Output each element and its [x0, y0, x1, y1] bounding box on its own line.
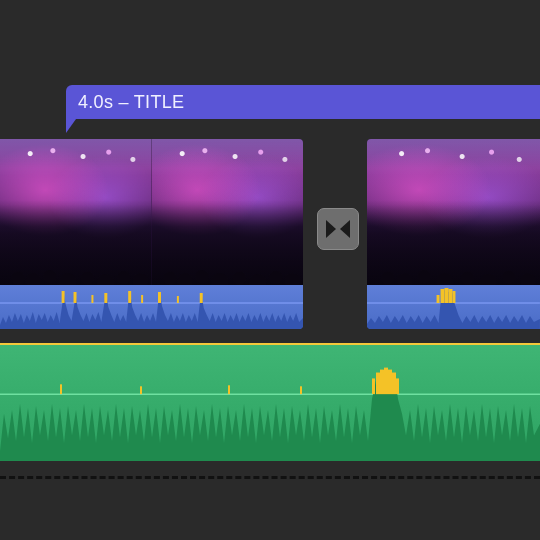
svg-rect-1 — [62, 291, 65, 303]
svg-rect-27 — [300, 386, 302, 394]
crossfade-icon — [324, 218, 352, 240]
title-clip-tail — [66, 119, 76, 133]
svg-rect-14 — [453, 291, 456, 303]
svg-rect-23 — [372, 378, 375, 394]
svg-rect-2 — [74, 292, 77, 303]
svg-rect-20 — [388, 370, 392, 395]
svg-rect-18 — [380, 370, 384, 395]
svg-rect-25 — [140, 386, 142, 394]
video-clip-1-thumbnails — [0, 139, 303, 285]
transition-crossfade[interactable] — [317, 208, 359, 250]
svg-rect-19 — [384, 368, 388, 395]
svg-rect-9 — [177, 296, 179, 303]
svg-rect-21 — [392, 373, 396, 395]
svg-rect-4 — [128, 291, 131, 303]
video-clip-2-audio[interactable] — [367, 285, 540, 329]
svg-rect-26 — [228, 385, 230, 394]
track-divider — [0, 476, 540, 479]
title-clip-label: 4.0s – TITLE — [78, 92, 184, 113]
svg-rect-24 — [60, 384, 62, 394]
svg-rect-6 — [200, 293, 203, 303]
svg-rect-7 — [91, 295, 93, 303]
video-track — [0, 139, 540, 329]
svg-rect-17 — [376, 373, 380, 395]
svg-rect-5 — [158, 292, 161, 303]
video-clip-1-audio[interactable] — [0, 285, 303, 329]
video-clip-1[interactable] — [0, 139, 303, 329]
music-waveform — [0, 345, 540, 461]
svg-rect-8 — [141, 295, 143, 303]
svg-rect-13 — [449, 289, 453, 303]
music-track[interactable] — [0, 343, 540, 461]
svg-rect-12 — [445, 288, 449, 303]
video-clip-2-thumbnails — [367, 139, 540, 285]
svg-rect-3 — [104, 293, 107, 303]
svg-rect-11 — [441, 289, 445, 303]
svg-rect-15 — [437, 295, 440, 303]
svg-rect-22 — [396, 378, 399, 394]
video-clip-2[interactable] — [367, 139, 540, 329]
title-clip-bar[interactable]: 4.0s – TITLE — [66, 85, 540, 119]
